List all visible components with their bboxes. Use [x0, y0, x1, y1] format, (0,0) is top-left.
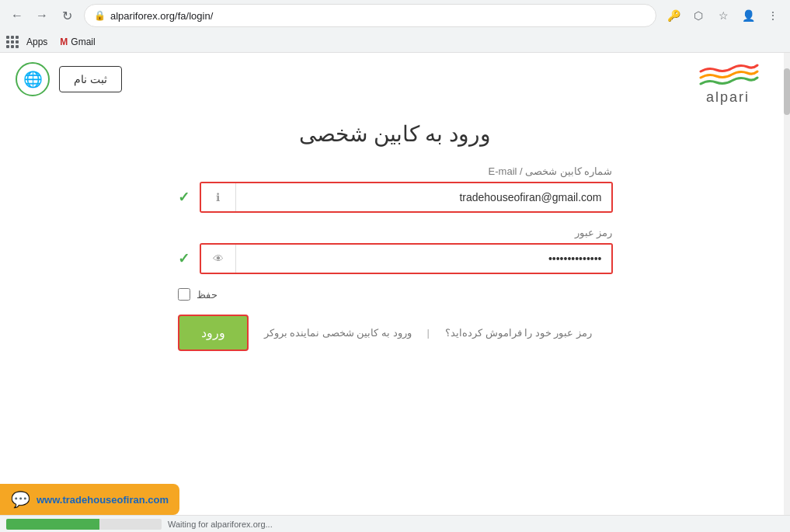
menu-icon-btn[interactable]: ⋮	[762, 5, 784, 26]
browser-chrome: ← → ↻ 🔒 alpariforex.org/fa/login/ 🔑 ⬡ ☆ …	[0, 0, 790, 53]
status-bar: Waiting for alpariforex.org...	[0, 515, 790, 532]
email-input-wrapper: ℹ	[200, 182, 613, 213]
gmail-label: Gmail	[71, 37, 95, 47]
email-label: شماره کابین شخصی / E-mail	[178, 165, 613, 177]
separator: |	[427, 327, 430, 339]
toolbar-icons: 🔑 ⬡ ☆ 👤 ⋮	[663, 5, 784, 26]
login-form: شماره کابین شخصی / E-mail ✓ ℹ رمز عبور ✓…	[178, 165, 613, 351]
email-row: ✓ ℹ	[178, 182, 613, 213]
globe-icon: 🌐	[23, 70, 43, 89]
email-input[interactable]	[236, 183, 611, 211]
register-label: ثبت نام	[74, 73, 107, 85]
browser-toolbar: ← → ↻ 🔒 alpariforex.org/fa/login/ 🔑 ⬡ ☆ …	[0, 0, 790, 31]
alpari-waves-icon	[697, 62, 759, 89]
password-check-icon: ✓	[178, 250, 193, 267]
logo-text: alpari	[706, 89, 750, 106]
cast-icon-btn[interactable]: ⬡	[687, 5, 709, 26]
remember-label: حفظ	[197, 289, 218, 301]
forward-button[interactable]: →	[31, 5, 53, 26]
profile-icon-btn[interactable]: 👤	[737, 5, 759, 26]
password-input[interactable]	[236, 245, 611, 273]
broker-login-link[interactable]: ورود به کابین شخصی نماینده بروکر	[264, 327, 412, 339]
header-left: 🌐 ثبت نام	[16, 62, 122, 96]
address-bar[interactable]: 🔒 alpariforex.org/fa/login/	[84, 4, 656, 27]
url-text: alpariforex.org/fa/login/	[110, 10, 646, 22]
gmail-bookmark[interactable]: M Gmail	[55, 35, 99, 49]
chat-widget[interactable]: 💬 www.tradehouseofiran.com	[0, 484, 179, 515]
password-label: رمز عبور	[178, 227, 613, 238]
chat-icon: 💬	[11, 490, 30, 509]
forgot-password-link[interactable]: رمز عبور خود را فراموش کرده‌اید؟	[445, 327, 592, 339]
site-header: 🌐 ثبت نام alpari	[0, 53, 790, 113]
reload-button[interactable]: ↻	[56, 5, 78, 26]
bottom-actions: رمز عبور خود را فراموش کرده‌اید؟ | ورود …	[178, 315, 613, 351]
lock-icon: 🔒	[94, 10, 106, 21]
gmail-icon: M	[60, 37, 68, 47]
register-button[interactable]: ثبت نام	[59, 66, 122, 92]
apps-grid-icon	[6, 36, 19, 48]
login-label: ورود	[201, 326, 225, 339]
language-button[interactable]: 🌐	[16, 62, 50, 96]
apps-bookmark[interactable]: Apps	[22, 35, 52, 49]
info-icon[interactable]: ℹ	[201, 183, 236, 211]
back-button[interactable]: ←	[6, 5, 28, 26]
main-content: ورود به کابین شخصی شماره کابین شخصی / E-…	[0, 113, 790, 515]
bookmarks-bar: Apps M Gmail	[0, 31, 790, 53]
password-row: ✓ 👁	[178, 243, 613, 274]
alpari-logo: alpari	[697, 62, 759, 106]
key-icon-btn[interactable]: 🔑	[663, 5, 684, 26]
page-title: ورود به کابین شخصی	[16, 121, 774, 147]
progress-fill	[6, 519, 99, 530]
remember-row: حفظ	[178, 288, 613, 301]
email-check-icon: ✓	[178, 189, 193, 206]
eye-icon[interactable]: 👁	[201, 245, 236, 273]
widget-link[interactable]: www.tradehouseofiran.com	[37, 494, 169, 506]
star-icon-btn[interactable]: ☆	[712, 5, 734, 26]
password-input-wrapper: 👁	[200, 243, 613, 274]
scrollbar[interactable]	[784, 53, 790, 515]
status-text: Waiting for alpariforex.org...	[168, 520, 273, 529]
login-button[interactable]: ورود	[178, 315, 249, 351]
page-content: 🌐 ثبت نام alpari ورود به کابین شخصی	[0, 53, 790, 515]
remember-checkbox[interactable]	[178, 288, 190, 301]
apps-label: Apps	[26, 37, 47, 47]
nav-buttons: ← → ↻	[6, 5, 78, 26]
loading-progress-bar	[6, 519, 162, 530]
